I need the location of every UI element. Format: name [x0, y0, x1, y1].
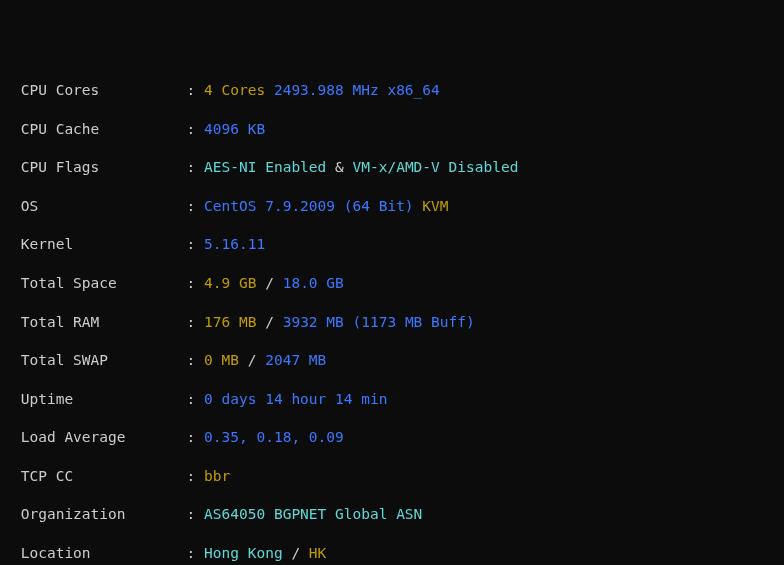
- value-loc-cc: HK: [309, 545, 326, 561]
- value-swap-sep: /: [239, 352, 265, 368]
- value-cpu-flags-aes: AES-NI Enabled: [204, 159, 326, 175]
- label-cpu-cores: CPU Cores: [12, 81, 187, 100]
- label-kernel: Kernel: [12, 235, 187, 254]
- row-cpu-cores: CPU Cores : 4 Cores 2493.988 MHz x86_64: [12, 81, 772, 100]
- colon: :: [187, 236, 204, 252]
- value-space-sep: /: [256, 275, 282, 291]
- colon: :: [187, 314, 204, 330]
- value-swap-total: 2047 MB: [265, 352, 326, 368]
- colon: :: [187, 198, 204, 214]
- value-swap-used: 0 MB: [204, 352, 239, 368]
- colon: :: [187, 391, 204, 407]
- row-kernel: Kernel : 5.16.11: [12, 235, 772, 254]
- colon: :: [187, 352, 204, 368]
- value-os-virt: KVM: [414, 198, 449, 214]
- row-tcp-cc: TCP CC : bbr: [12, 467, 772, 486]
- colon: :: [187, 159, 204, 175]
- value-space-used: 4.9 GB: [204, 275, 256, 291]
- value-loc-sep: /: [283, 545, 309, 561]
- value-cpu-cores-count: 4 Cores: [204, 82, 265, 98]
- row-location: Location : Hong Kong / HK: [12, 544, 772, 563]
- label-location: Location: [12, 544, 187, 563]
- row-total-ram: Total RAM : 176 MB / 3932 MB (1173 MB Bu…: [12, 313, 772, 332]
- value-ram-used: 176 MB: [204, 314, 256, 330]
- colon: :: [187, 468, 204, 484]
- value-load-average: 0.35, 0.18, 0.09: [204, 429, 344, 445]
- label-total-space: Total Space: [12, 274, 187, 293]
- label-os: OS: [12, 197, 187, 216]
- label-tcp-cc: TCP CC: [12, 467, 187, 486]
- row-os: OS : CentOS 7.9.2009 (64 Bit) KVM: [12, 197, 772, 216]
- label-cpu-flags: CPU Flags: [12, 158, 187, 177]
- label-total-ram: Total RAM: [12, 313, 187, 332]
- row-total-space: Total Space : 4.9 GB / 18.0 GB: [12, 274, 772, 293]
- value-organization: AS64050 BGPNET Global ASN: [204, 506, 422, 522]
- value-kernel: 5.16.11: [204, 236, 265, 252]
- value-os-name: CentOS 7.9.2009 (64 Bit): [204, 198, 414, 214]
- row-cpu-flags: CPU Flags : AES-NI Enabled & VM-x/AMD-V …: [12, 158, 772, 177]
- label-load-average: Load Average: [12, 428, 187, 447]
- value-cpu-cores-freq: 2493.988 MHz x86_64: [265, 82, 440, 98]
- row-uptime: Uptime : 0 days 14 hour 14 min: [12, 390, 772, 409]
- value-ram-sep: /: [256, 314, 282, 330]
- value-tcp-cc: bbr: [204, 468, 230, 484]
- value-cpu-flags-and: &: [326, 159, 352, 175]
- colon: :: [187, 121, 204, 137]
- row-organization: Organization : AS64050 BGPNET Global ASN: [12, 505, 772, 524]
- value-uptime: 0 days 14 hour 14 min: [204, 391, 387, 407]
- row-total-swap: Total SWAP : 0 MB / 2047 MB: [12, 351, 772, 370]
- value-loc-city: Hong Kong: [204, 545, 283, 561]
- colon: :: [187, 275, 204, 291]
- value-ram-total: 3932 MB (1173 MB Buff): [283, 314, 475, 330]
- row-cpu-cache: CPU Cache : 4096 KB: [12, 120, 772, 139]
- colon: :: [187, 82, 204, 98]
- row-load-average: Load Average : 0.35, 0.18, 0.09: [12, 428, 772, 447]
- label-cpu-cache: CPU Cache: [12, 120, 187, 139]
- colon: :: [187, 429, 204, 445]
- label-organization: Organization: [12, 505, 187, 524]
- value-space-total: 18.0 GB: [283, 275, 344, 291]
- colon: :: [187, 545, 204, 561]
- colon: :: [187, 506, 204, 522]
- value-cpu-flags-vmx: VM-x/AMD-V Disabled: [353, 159, 519, 175]
- label-total-swap: Total SWAP: [12, 351, 187, 370]
- label-uptime: Uptime: [12, 390, 187, 409]
- value-cpu-cache: 4096 KB: [204, 121, 265, 137]
